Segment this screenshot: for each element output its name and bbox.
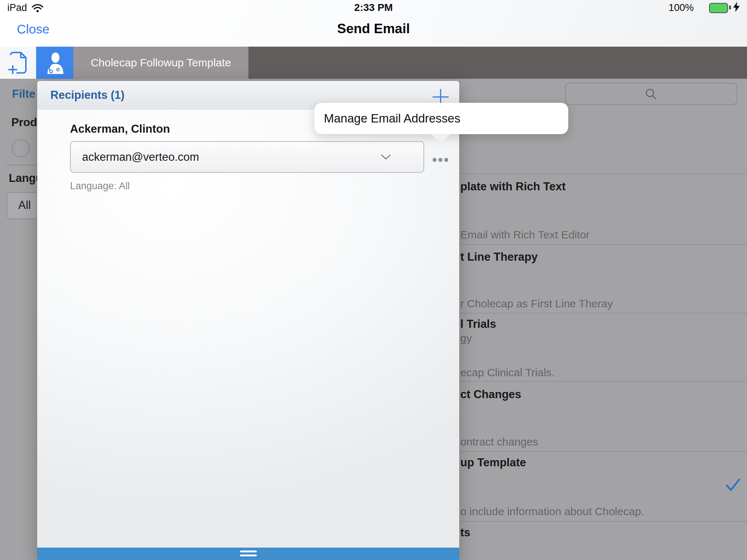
manage-email-addresses-tooltip[interactable]: Manage Email Addresses (314, 103, 568, 134)
screen: Filte Produ Langu All plate with Rich Te… (0, 0, 747, 560)
header: iPad 2:33 PM 100% Close Send Email (0, 0, 747, 47)
template-row-subtitle: r Cholecap as First Line Theray (460, 298, 613, 310)
template-row-title[interactable]: ct Changes (460, 388, 521, 401)
template-row-subtitle: Email with Rich Text Editor (460, 229, 590, 241)
template-row-subtitle: o include information about Cholecap. (460, 505, 644, 518)
recipients-popover: Recipients (1) Ackerman, Clinton ackerma… (37, 81, 459, 560)
tooltip-arrow (431, 134, 450, 144)
template-row-title[interactable]: plate with Rich Text (460, 180, 566, 193)
template-row-title[interactable]: ts (460, 526, 471, 539)
filter-panel-title: Filte (12, 88, 35, 101)
selected-template-checkmark-icon (726, 478, 740, 491)
template-tab-bar: Cholecap Followup Template (0, 47, 747, 79)
sidebar-divider (6, 165, 38, 166)
product-radio-button[interactable] (12, 139, 30, 158)
manage-email-addresses-button[interactable] (433, 155, 457, 165)
recipient-email-value: ackerman@verteo.com (82, 142, 199, 172)
list-divider (459, 381, 747, 382)
page-title: Send Email (0, 21, 747, 36)
chevron-down-icon (381, 154, 391, 160)
list-divider (459, 313, 747, 314)
recipient-language: Language: All (70, 180, 130, 192)
template-row-title[interactable]: up Template (460, 456, 526, 469)
tab-cholecap-followup-template[interactable]: Cholecap Followup Template (73, 47, 248, 79)
new-document-icon (8, 51, 29, 74)
search-icon (645, 88, 657, 100)
recipient-email-select[interactable]: ackerman@verteo.com (70, 141, 424, 173)
drag-handle (240, 555, 257, 556)
recipient-name: Ackerman, Clinton (70, 122, 170, 136)
popover-resize-bar[interactable] (37, 548, 459, 560)
template-row-line2: gy (460, 332, 472, 345)
template-row-subtitle: ontract changes (460, 436, 538, 448)
drag-handle (240, 551, 257, 552)
battery-nub (729, 5, 731, 9)
list-divider (459, 451, 747, 452)
ellipsis-dot (433, 158, 437, 162)
list-divider (459, 173, 747, 174)
list-divider (459, 244, 747, 245)
template-search-input[interactable] (565, 83, 737, 105)
recipients-tab-selected[interactable] (36, 47, 73, 79)
battery-percent-label: 100% (669, 2, 694, 13)
charging-bolt-icon (733, 2, 740, 12)
battery-icon (709, 3, 728, 13)
ellipsis-dot (444, 158, 448, 162)
template-row-title[interactable]: l Trials (460, 318, 496, 331)
tooltip-label: Manage Email Addresses (324, 103, 460, 134)
ellipsis-dot (438, 158, 442, 162)
new-document-tab[interactable] (0, 47, 36, 79)
person-icon (43, 51, 66, 74)
status-time: 2:33 PM (0, 2, 747, 13)
recipients-title: Recipients (1) (50, 81, 124, 109)
list-divider (459, 521, 747, 522)
language-all-label: All (18, 199, 31, 212)
template-row-title[interactable]: t Line Therapy (460, 250, 538, 264)
template-row-subtitle: ecap Clinical Trials. (460, 366, 554, 379)
